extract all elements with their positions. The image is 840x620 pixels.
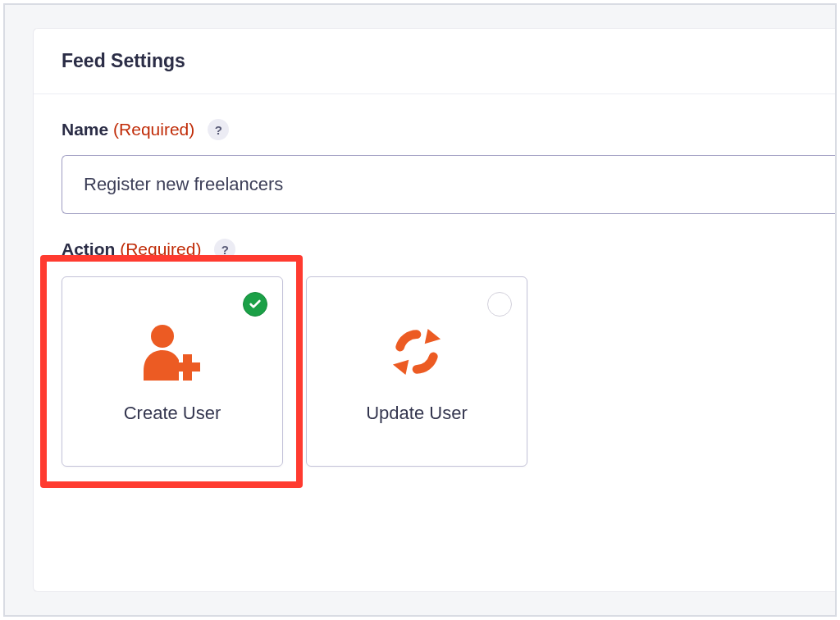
name-label-row: Name (Required) ? — [62, 119, 835, 140]
name-input[interactable] — [62, 155, 835, 214]
name-label: Name (Required) — [62, 120, 194, 139]
refresh-icon — [391, 319, 442, 385]
selected-check-icon — [243, 292, 267, 317]
action-section: Action (Required) ? — [62, 239, 835, 467]
action-card-update-user[interactable]: Update User — [306, 276, 527, 467]
name-required-text: (Required) — [113, 120, 194, 139]
svg-marker-3 — [425, 329, 441, 344]
panel-title: Feed Settings — [62, 50, 807, 72]
action-label-text: Action — [62, 239, 115, 258]
svg-marker-4 — [393, 360, 409, 375]
action-card-label: Create User — [124, 403, 221, 424]
app-frame: Feed Settings Name (Required) ? Action (… — [3, 3, 837, 617]
action-label: Action (Required) — [62, 239, 201, 259]
user-add-icon — [139, 319, 206, 385]
feed-settings-panel: Feed Settings Name (Required) ? Action (… — [33, 28, 835, 592]
action-options-row: Create User Updat — [62, 276, 835, 467]
action-card-label: Update User — [366, 403, 468, 424]
panel-body: Name (Required) ? Action (Required) ? — [34, 94, 835, 491]
action-label-row: Action (Required) ? — [62, 239, 835, 260]
name-help-icon[interactable]: ? — [208, 119, 229, 140]
action-required-text: (Required) — [120, 239, 201, 258]
name-label-text: Name — [62, 120, 108, 139]
action-help-icon[interactable]: ? — [214, 239, 235, 260]
svg-rect-2 — [175, 362, 200, 372]
unselected-check-icon — [487, 292, 512, 317]
panel-header: Feed Settings — [34, 29, 835, 94]
svg-point-0 — [151, 325, 174, 348]
action-card-create-user[interactable]: Create User — [62, 276, 283, 467]
